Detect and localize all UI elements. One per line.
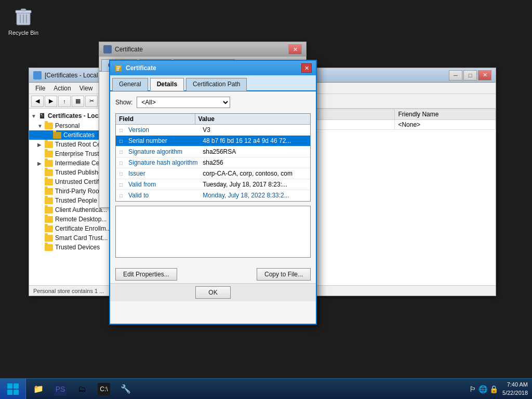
svg-rect-10	[7, 383, 12, 389]
recycle-bin-icon[interactable]: Recycle Bin	[5, 4, 42, 36]
folder-icon-intermediate	[45, 160, 53, 167]
taskbar-app-folder[interactable]: 🗂	[72, 380, 92, 398]
taskbar-clock[interactable]: 7:40 AM 5/22/2018	[502, 381, 528, 397]
cert-tab-details[interactable]: Details	[150, 78, 184, 91]
cert-field-sig-hash[interactable]: □ Signature hash algorithm sha256	[116, 157, 310, 168]
cert-field-valid-from[interactable]: □ Valid from Tuesday, July 18, 2017 8:23…	[116, 179, 310, 190]
tree-label-trusted-ppl: Trusted People	[55, 197, 97, 204]
taskbar-cmd-icon: C:\	[98, 383, 110, 395]
cert-field-serial[interactable]: □ Serial number 48 b7 f6 bd 16 12 a4 9d …	[116, 136, 310, 147]
cert-bg-close-btn[interactable]: ✕	[288, 44, 302, 55]
cert-dialog-body: Show: <All> Field Value □ Version V3	[110, 91, 316, 263]
field-name-serial: Serial number	[126, 136, 201, 146]
tree-arrow-trusted-pub	[37, 170, 45, 176]
svg-rect-12	[7, 390, 12, 395]
folder-icon-third-party	[45, 188, 53, 195]
folder-icon-trusted-pub	[45, 169, 53, 176]
show-row: Show: <All>	[115, 97, 311, 108]
svg-rect-9	[116, 70, 119, 71]
field-icon-sig-hash: □	[116, 157, 126, 168]
value-col-header: Value	[195, 114, 310, 124]
tree-label-trusted-dev: Trusted Devices	[55, 244, 100, 251]
mmc-titlebar-icon	[33, 71, 42, 79]
field-icon-valid-from: □	[116, 179, 126, 190]
recycle-bin-label: Recycle Bin	[8, 30, 38, 36]
taskbar-right: 🏳 🌐 🔒 7:40 AM 5/22/2018	[465, 381, 532, 397]
folder-icon-client-auth	[45, 207, 53, 214]
field-icon-serial: □	[116, 136, 126, 146]
svg-rect-8	[116, 68, 119, 69]
field-name-valid-to: Valid to	[126, 190, 201, 199]
field-name-sig-hash: Signature hash algorithm	[126, 157, 201, 168]
svg-rect-2	[21, 9, 26, 11]
cert-field-sig-alg[interactable]: □ Signature algorithm sha256RSA	[116, 147, 310, 157]
cert-dialog-close-btn[interactable]: ✕	[301, 63, 312, 73]
folder-icon-enterprise	[45, 151, 53, 157]
field-icon-version: □	[116, 125, 126, 135]
cert-dialog-icon	[114, 64, 123, 72]
cert-bg-title: Certificate	[115, 46, 288, 53]
svg-rect-11	[14, 383, 19, 389]
taskbar-tools-icon: 🔧	[119, 383, 132, 395]
start-button[interactable]	[0, 379, 26, 400]
taskbar-app-powershell[interactable]: PS	[50, 380, 71, 398]
folder-icon-personal	[45, 123, 53, 129]
folder-icon-untrusted	[45, 179, 53, 185]
windows-logo-icon	[7, 383, 19, 395]
field-value-sig-hash: sha256	[201, 157, 310, 168]
cert-tab-path[interactable]: Certification Path	[186, 78, 247, 91]
svg-rect-13	[14, 390, 19, 395]
tray-security-icon: 🔒	[489, 385, 498, 393]
statusbar-text: Personal store contains 1 ...	[33, 288, 104, 294]
toolbar-up-btn[interactable]: ↑	[58, 96, 71, 107]
mmc-maximize-btn[interactable]: □	[463, 70, 477, 81]
edit-properties-button[interactable]: Edit Properties...	[115, 268, 177, 281]
show-select[interactable]: <All>	[137, 97, 230, 108]
cert-tab-general[interactable]: General	[112, 78, 148, 91]
folder-icon-trusted-dev	[45, 244, 53, 251]
field-value-valid-to: Monday, July 18, 2022 8:33:2...	[201, 190, 310, 199]
cert-value-detail-box	[115, 206, 311, 258]
copy-to-file-button[interactable]: Copy to File...	[257, 268, 311, 281]
cert-bg-icon	[103, 45, 112, 54]
tree-arrow-certs	[46, 132, 53, 138]
mmc-menu-view[interactable]: View	[75, 84, 97, 93]
cert-ok-row: OK	[110, 283, 316, 301]
field-name-version: Version	[126, 125, 201, 135]
tree-label-intermediate: Intermediate Ce...	[55, 159, 104, 167]
cert-field-valid-to[interactable]: □ Valid to Monday, July 18, 2022 8:33:2.…	[116, 190, 310, 199]
toolbar-show-btn[interactable]: ▦	[72, 96, 84, 107]
cert-field-issuer[interactable]: □ Issuer corp-CA-CA, corp, contoso, com	[116, 168, 310, 179]
taskbar-date: 5/22/2018	[502, 389, 528, 397]
field-name-sig-alg: Signature algorithm	[126, 147, 201, 157]
tree-label-trusted-root: Trusted Root Ce...	[55, 141, 106, 148]
col-header-friendly[interactable]: Friendly Name	[395, 109, 496, 120]
tray-network-icon: 🌐	[478, 385, 487, 393]
toolbar-forward-btn[interactable]: ▶	[45, 96, 57, 107]
mmc-close-btn[interactable]: ✕	[478, 70, 491, 81]
folder-icon-smart-card	[45, 235, 53, 242]
taskbar-app-explorer[interactable]: 📁	[28, 380, 49, 398]
toolbar-back-btn[interactable]: ◀	[31, 96, 44, 107]
toolbar-cut-btn[interactable]: ✂	[85, 96, 98, 107]
mmc-window-controls: ─ □ ✕	[449, 70, 491, 81]
mmc-minimize-btn[interactable]: ─	[449, 70, 462, 81]
cert-field-version[interactable]: □ Version V3	[116, 125, 310, 136]
folder-icon-trusted-ppl	[45, 197, 53, 204]
field-value-sig-alg: sha256RSA	[201, 147, 310, 157]
field-value-valid-from: Tuesday, July 18, 2017 8:23:...	[201, 179, 310, 190]
cert-ok-button[interactable]: OK	[195, 286, 230, 299]
cert-dialog-tabs: General Details Certification Path	[110, 75, 316, 91]
taskbar-folder-icon: 🗂	[76, 383, 88, 395]
taskbar-app-tools[interactable]: 🔧	[115, 380, 136, 398]
show-label: Show:	[115, 99, 132, 106]
field-icon-sig-alg: □	[116, 147, 126, 157]
tree-label-personal: Personal	[55, 122, 79, 129]
cert-details-dialog: Certificate ✕ General Details Certificat…	[109, 60, 317, 325]
tree-label-enrollment: Certificate Enrollm...	[55, 225, 111, 232]
taskbar-powershell-icon: PS	[54, 383, 66, 395]
mmc-menu-action[interactable]: Action	[49, 84, 75, 93]
taskbar-app-cmd[interactable]: C:\	[94, 380, 114, 398]
tree-arrow-untrusted	[37, 179, 45, 185]
mmc-menu-file[interactable]: File	[31, 84, 49, 93]
